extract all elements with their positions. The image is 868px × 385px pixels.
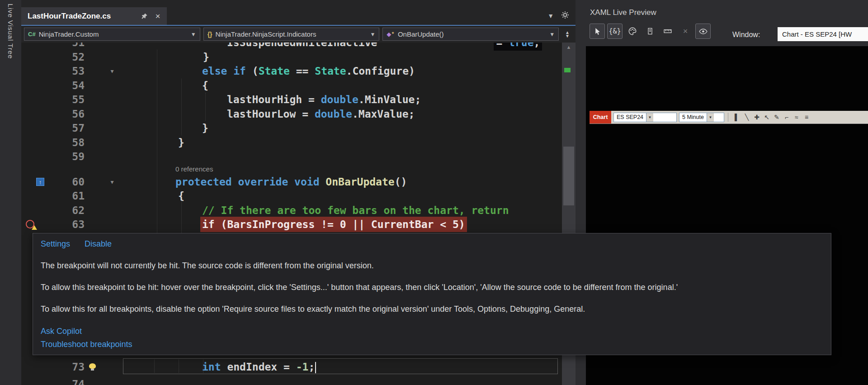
chevron-down-icon: ▼ (370, 31, 375, 38)
document-tab-strip: LastHourTradeZone.cs × ▼ (21, 0, 576, 25)
live-preview-toggle-button[interactable] (695, 24, 711, 39)
chevron-down-icon: ▼ (191, 31, 196, 38)
code-line-63: 63if (BarsInProgress != 0 || CurrentBar … (21, 217, 576, 232)
live-visual-tree-tab[interactable]: Live Visual Tree (7, 4, 14, 59)
interval-combobox[interactable]: 5 Minute ▼ (679, 113, 724, 122)
close-tab-icon[interactable]: × (153, 12, 162, 21)
line-number: 74 (30, 377, 85, 385)
ruler-icon (664, 27, 672, 35)
xaml-preview-toolbar: {&} × (590, 24, 711, 39)
document-tab[interactable]: LastHourTradeZone.cs × (21, 7, 167, 25)
code-line-51: 51IsSuspendedWhileInactive = true, (21, 43, 576, 50)
window-label: Window: (732, 31, 760, 39)
line-number: 58 (30, 135, 85, 150)
document-list-chevron-icon[interactable]: ▼ (547, 12, 554, 19)
ruler-button[interactable] (660, 24, 675, 39)
chart-tool-icon[interactable]: ✎ (772, 114, 782, 121)
project-dropdown[interactable]: C# NinjaTrader.Custom ▼ (24, 28, 200, 41)
code-text[interactable]: // If there are too few bars on the char… (111, 203, 509, 218)
scrollbar-change-mark (564, 68, 571, 72)
editor-options-gear-icon[interactable] (561, 11, 569, 21)
scrollbar-thumb[interactable] (563, 147, 574, 205)
code-line-61: 61{ (21, 189, 576, 203)
chart-tool-icon[interactable]: ✚ (752, 114, 762, 121)
code-line-59: 59 (21, 149, 576, 164)
code-line-55: 55lastHourHigh = double.MinValue; (21, 92, 576, 107)
chart-tool-icon[interactable]: ≡ (802, 114, 811, 121)
chart-tab[interactable]: Chart (590, 111, 611, 124)
breakpoint-message-line1: The breakpoint will not currently be hit… (41, 261, 823, 271)
code-text[interactable]: { (111, 189, 184, 203)
line-number: 63 (30, 217, 85, 232)
toolbar-separator (728, 113, 728, 122)
theme-palette-button[interactable] (625, 24, 640, 39)
line-number: 62 (30, 203, 85, 218)
code-text[interactable]: } (111, 50, 209, 64)
window-combobox[interactable]: Chart - ES SEP24 [HW (778, 27, 868, 41)
document-tab-title: LastHourTradeZone.cs (28, 12, 135, 21)
select-element-button[interactable] (590, 24, 605, 39)
split-window-icon[interactable]: ▲▼ (562, 31, 573, 38)
member-dropdown[interactable]: ◆✦ OnBarUpdate() ▼ (382, 28, 559, 41)
adorners-braces-icon: {&} (609, 27, 621, 35)
line-number: 61 (30, 189, 85, 203)
line-number: 59 (30, 149, 85, 164)
inspection-adorners-button[interactable]: {&} (607, 24, 623, 39)
pin-icon[interactable] (140, 12, 149, 21)
code-text[interactable]: } (111, 135, 184, 150)
chevron-down-icon: ▼ (707, 113, 714, 122)
chart-tool-icon[interactable]: ▌ (732, 114, 742, 121)
member-dropdown-value: OnBarUpdate() (398, 30, 444, 38)
line-number: 57 (30, 121, 85, 135)
quick-actions-lightbulb-icon[interactable] (89, 363, 96, 369)
chart-tool-icon[interactable]: ↖ (762, 114, 772, 121)
code-line-57: 57} (21, 121, 576, 135)
code-line-52: 52} (21, 50, 576, 64)
code-text[interactable]: { (111, 78, 208, 93)
code-text[interactable]: lastHourLow = double.MaxValue; (111, 107, 415, 121)
remove-adorners-button: × (678, 24, 693, 39)
code-line-58: 58} (21, 135, 576, 150)
troubleshoot-breakpoints-link[interactable]: Troubleshoot breakpoints (41, 340, 132, 349)
interval-value: 5 Minute (682, 114, 704, 120)
code-text[interactable]: IsSuspendedWhileInactive = true, (111, 43, 540, 50)
codelens-reference-count[interactable]: 0 references (175, 164, 213, 175)
line-number: 56 (30, 107, 85, 121)
code-text[interactable]: lastHourHigh = double.MinValue; (111, 92, 421, 107)
edit-and-continue-box (123, 358, 558, 374)
breakpoint-settings-link[interactable]: Settings (41, 239, 70, 249)
project-dropdown-value: NinjaTrader.Custom (39, 30, 99, 38)
chart-tool-icon[interactable]: ≈ (792, 114, 802, 121)
ask-copilot-link[interactable]: Ask Copilot (41, 327, 82, 336)
chart-tool-icon[interactable]: ⌐ (782, 114, 792, 121)
code-line-74: 74 (21, 377, 576, 385)
chevron-down-icon: ▼ (549, 31, 555, 38)
breakpoint-warning-icon[interactable] (26, 220, 34, 228)
tag-icon (646, 28, 654, 35)
code-text[interactable]: if (BarsInProgress != 0 || CurrentBar < … (111, 217, 465, 232)
scroll-up-arrow-icon[interactable]: ▲ (562, 43, 576, 52)
ninjatrader-chart-toolbar: Chart ES SEP24 ▼ 5 Minute ▼ ▌╲✚↖✎⌐≈≡ (590, 111, 868, 124)
breakpoint-disable-link[interactable]: Disable (85, 239, 112, 249)
left-tool-rail: Live Visual Tree (0, 0, 21, 385)
code-text[interactable]: else if (State == State.Configure) (111, 64, 415, 78)
tag-adorners-button[interactable] (642, 24, 658, 39)
indent-guide (179, 360, 179, 373)
type-dropdown[interactable]: {} NinjaTrader.NinjaScript.Indicators ▼ (203, 28, 380, 41)
instrument-combobox[interactable]: ES SEP24 ▼ (613, 113, 677, 122)
codelens-references: 0 references (21, 164, 576, 175)
code-line-53: 53▾else if (State == State.Configure) (21, 64, 576, 78)
gutter-marker-icon[interactable]: ↑ (36, 178, 44, 186)
code-text[interactable]: } (111, 121, 208, 135)
breakpoint-message-line2: To allow this breakpoint to be hit: hove… (41, 282, 823, 292)
line-number: 51 (30, 43, 85, 50)
code-text[interactable]: protected override void OnBarUpdate() (111, 175, 407, 189)
indent-guide (154, 360, 155, 373)
namespace-icon: {} (208, 31, 212, 38)
eye-icon (699, 29, 708, 34)
breakpoint-message-line3: To allow this for all breakpoints, disab… (41, 304, 823, 314)
line-number: 53 (30, 64, 85, 78)
chart-tool-icon[interactable]: ╲ (742, 114, 752, 121)
instrument-value: ES SEP24 (617, 114, 643, 120)
type-dropdown-value: NinjaTrader.NinjaScript.Indicators (216, 30, 316, 38)
